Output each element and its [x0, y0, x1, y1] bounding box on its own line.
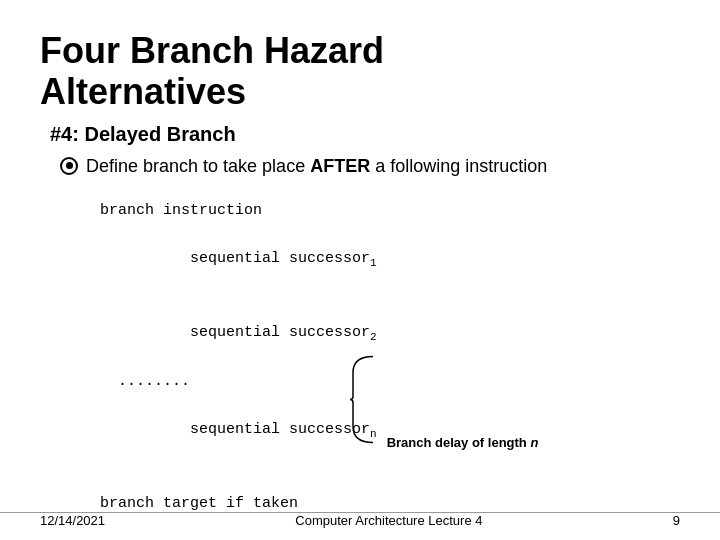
annotation-label: Branch delay of length n: [387, 433, 539, 454]
bullet-text-1: Define branch to take place AFTER a foll…: [86, 154, 547, 179]
branch-delay-annotation: Branch delay of length n: [383, 420, 387, 467]
code-line-5: sequential successorn Branch delay of le…: [100, 394, 377, 492]
code-line-2: sequential successor1: [100, 223, 377, 297]
code-line-1: branch instruction: [100, 199, 377, 223]
footer-page: 9: [673, 513, 680, 528]
bullet-item-1: Define branch to take place AFTER a foll…: [60, 154, 680, 179]
footer: 12/14/2021 Computer Architecture Lecture…: [0, 512, 720, 528]
footer-title: Computer Architecture Lecture 4: [295, 513, 482, 528]
title-line1: Four Branch Hazard: [40, 30, 384, 71]
title-line2: Alternatives: [40, 71, 246, 112]
slide: Four Branch Hazard Alternatives #4: Dela…: [0, 0, 720, 540]
subtitle: #4: Delayed Branch: [50, 123, 680, 146]
brace-svg: [349, 355, 377, 445]
main-title: Four Branch Hazard Alternatives: [40, 30, 680, 113]
bullet1-before: Define branch to take place: [86, 156, 310, 176]
bullet1-highlight: AFTER: [310, 156, 370, 176]
code-line-4: ........: [100, 370, 377, 394]
bullet1-after: a following instruction: [370, 156, 547, 176]
footer-date: 12/14/2021: [40, 513, 105, 528]
bullet-icon-1: [60, 157, 78, 175]
code-block: branch instruction sequential successor1…: [100, 199, 377, 516]
bullets-section: Define branch to take place AFTER a foll…: [50, 154, 680, 540]
code-line-3: sequential successor2: [100, 297, 377, 371]
